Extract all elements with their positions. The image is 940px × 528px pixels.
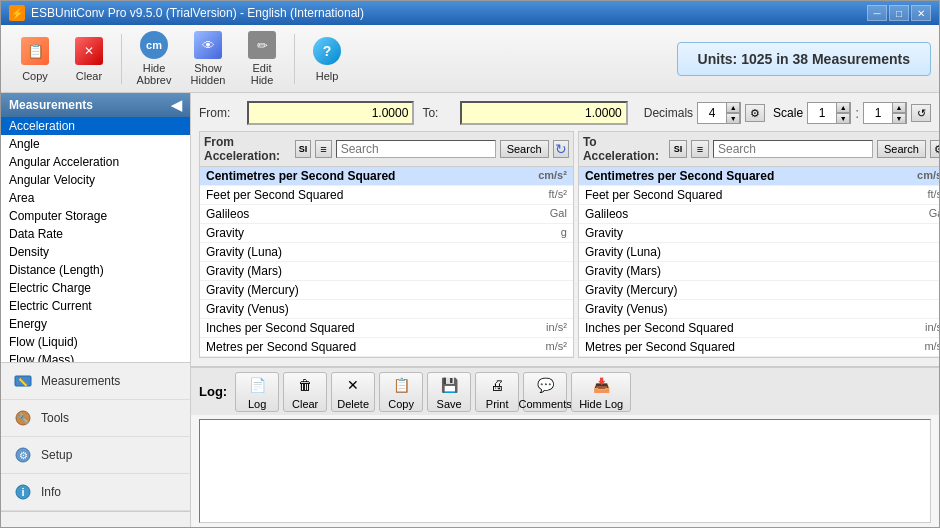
log-content-area[interactable] [199, 419, 931, 523]
sidebar-item-flow-liquid[interactable]: Flow (Liquid) [1, 333, 190, 351]
decimals-down-button[interactable]: ▼ [726, 113, 740, 124]
close-button[interactable]: ✕ [911, 5, 931, 21]
unit-row-from-gravity-mars[interactable]: Gravity (Mars) [200, 262, 573, 281]
clear-button[interactable]: ✕ Clear [63, 30, 115, 88]
decimals-up-button[interactable]: ▲ [726, 102, 740, 113]
sidebar-item-data-rate[interactable]: Data Rate [1, 225, 190, 243]
sidebar-item-computer-storage[interactable]: Computer Storage [1, 207, 190, 225]
window-title: ESBUnitConv Pro v9.5.0 (TrialVersion) - … [31, 6, 364, 20]
unit-row-to-ft-s2[interactable]: Feet per Second Squared ft/s² [579, 186, 939, 205]
log-log-button[interactable]: 📄 Log [235, 372, 279, 412]
units-info: Units: 1025 in 38 Measurements [677, 42, 931, 76]
log-log-icon: 📄 [246, 374, 268, 396]
unit-row-to-gravity[interactable]: Gravity g [579, 224, 939, 243]
help-button[interactable]: ? Help [301, 30, 353, 88]
unit-row-from-galileos[interactable]: Galileos Gal [200, 205, 573, 224]
sidebar-item-angular-acceleration[interactable]: Angular Acceleration [1, 153, 190, 171]
sidebar-toggle-button[interactable]: ◀ [171, 97, 182, 113]
unit-name: Centimetres per Second Squared [206, 169, 395, 183]
decimals-options-button[interactable]: ⚙ [745, 104, 765, 122]
nav-measurements[interactable]: 📏 Measurements [1, 363, 190, 400]
unit-name: Inches per Second Squared [206, 321, 355, 335]
maximize-button[interactable]: □ [889, 5, 909, 21]
scale-spinner-1[interactable]: ▲ ▼ [807, 102, 851, 124]
scale1-down-button[interactable]: ▼ [836, 113, 850, 124]
unit-row-from-gravity-luna[interactable]: Gravity (Luna) [200, 243, 573, 262]
log-save-icon: 💾 [438, 374, 460, 396]
sidebar-item-energy[interactable]: Energy [1, 315, 190, 333]
minimize-button[interactable]: ─ [867, 5, 887, 21]
show-hidden-button[interactable]: 👁 Show Hidden [182, 30, 234, 88]
to-filter-button[interactable]: ≡ [691, 140, 709, 158]
from-value-input[interactable] [247, 101, 414, 125]
log-delete-button[interactable]: ✕ Delete [331, 372, 375, 412]
unit-row-from-in-s2[interactable]: Inches per Second Squared in/s² [200, 319, 573, 338]
scale2-down-button[interactable]: ▼ [892, 113, 906, 124]
log-copy-button[interactable]: 📋 Copy [379, 372, 423, 412]
unit-row-from-m-s2[interactable]: Metres per Second Squared m/s² [200, 338, 573, 357]
unit-row-to-gravity-mars[interactable]: Gravity (Mars) [579, 262, 939, 281]
unit-row-to-in-s2[interactable]: Inches per Second Squared in/s² [579, 319, 939, 338]
scale-swap-button[interactable]: ↺ [911, 104, 931, 122]
edit-hide-icon: ✏ [246, 31, 278, 59]
to-options-button[interactable]: ⚙ [930, 140, 939, 158]
nav-setup[interactable]: ⚙ Setup [1, 437, 190, 474]
from-filter-button[interactable]: ≡ [315, 140, 331, 158]
sidebar-item-electric-charge[interactable]: Electric Charge [1, 279, 190, 297]
log-hide-button[interactable]: 📥 Hide Log [571, 372, 631, 412]
title-bar-left: ⚡ ESBUnitConv Pro v9.5.0 (TrialVersion) … [9, 5, 364, 21]
nav-tools[interactable]: 🔧 Tools [1, 400, 190, 437]
unit-name: Gravity (Mercury) [206, 283, 299, 297]
log-print-button[interactable]: 🖨 Print [475, 372, 519, 412]
unit-row-from-ft-s2[interactable]: Feet per Second Squared ft/s² [200, 186, 573, 205]
log-clear-label: Clear [292, 398, 318, 410]
copy-button[interactable]: 📋 Copy [9, 30, 61, 88]
log-delete-icon: ✕ [342, 374, 364, 396]
sidebar-item-acceleration[interactable]: Acceleration [1, 117, 190, 135]
unit-row-from-gravity-mercury[interactable]: Gravity (Mercury) [200, 281, 573, 300]
unit-row-to-gravity-venus[interactable]: Gravity (Venus) [579, 300, 939, 319]
scale1-spinner-buttons: ▲ ▼ [836, 102, 850, 124]
decimals-spinner[interactable]: ▲ ▼ [697, 102, 741, 124]
unit-row-from-gravity-venus[interactable]: Gravity (Venus) [200, 300, 573, 319]
hide-abbrev-label: Hide Abbrev [133, 62, 175, 86]
unit-row-from-gravity[interactable]: Gravity g [200, 224, 573, 243]
to-panel-label: To Acceleration: [583, 135, 665, 163]
scale-spinner-2[interactable]: ▲ ▼ [863, 102, 907, 124]
sidebar-scrollbar[interactable] [1, 511, 190, 527]
scale-input-1[interactable] [808, 106, 836, 120]
sidebar-item-distance[interactable]: Distance (Length) [1, 261, 190, 279]
hide-abbrev-button[interactable]: cm Hide Abbrev [128, 30, 180, 88]
to-value-input[interactable] [460, 101, 627, 125]
sidebar-item-area[interactable]: Area [1, 189, 190, 207]
edit-hide-button[interactable]: ✏ Edit Hide [236, 30, 288, 88]
log-save-button[interactable]: 💾 Save [427, 372, 471, 412]
log-comments-button[interactable]: 💬 Comments [523, 372, 567, 412]
scale2-up-button[interactable]: ▲ [892, 102, 906, 113]
from-search-button[interactable]: Search [500, 140, 549, 158]
sidebar-item-angle[interactable]: Angle [1, 135, 190, 153]
unit-row-to-gravity-luna[interactable]: Gravity (Luna) [579, 243, 939, 262]
to-search-input[interactable] [713, 140, 873, 158]
from-panel-label: From Acceleration: [204, 135, 291, 163]
from-search-input[interactable] [336, 140, 496, 158]
sidebar-item-flow-mass[interactable]: Flow (Mass) [1, 351, 190, 362]
unit-row-to-cm-s2[interactable]: Centimetres per Second Squared cm/s² [579, 167, 939, 186]
unit-row-to-galileos[interactable]: Galileos Gal [579, 205, 939, 224]
log-comments-icon: 💬 [534, 374, 556, 396]
sidebar-item-electric-current[interactable]: Electric Current [1, 297, 190, 315]
nav-info[interactable]: i Info [1, 474, 190, 511]
to-search-button[interactable]: Search [877, 140, 926, 158]
unit-row-from-cm-s2[interactable]: Centimetres per Second Squared cm/s² [200, 167, 573, 186]
sidebar-item-density[interactable]: Density [1, 243, 190, 261]
scale-input-2[interactable] [864, 106, 892, 120]
sidebar-item-angular-velocity[interactable]: Angular Velocity [1, 171, 190, 189]
from-refresh-button[interactable]: ↻ [553, 140, 569, 158]
to-si-button[interactable]: SI [669, 140, 687, 158]
from-si-button[interactable]: SI [295, 140, 311, 158]
unit-row-to-gravity-mercury[interactable]: Gravity (Mercury) [579, 281, 939, 300]
scale1-up-button[interactable]: ▲ [836, 102, 850, 113]
decimals-input[interactable] [698, 106, 726, 120]
unit-row-to-m-s2[interactable]: Metres per Second Squared m/s² [579, 338, 939, 357]
log-clear-button[interactable]: 🗑 Clear [283, 372, 327, 412]
